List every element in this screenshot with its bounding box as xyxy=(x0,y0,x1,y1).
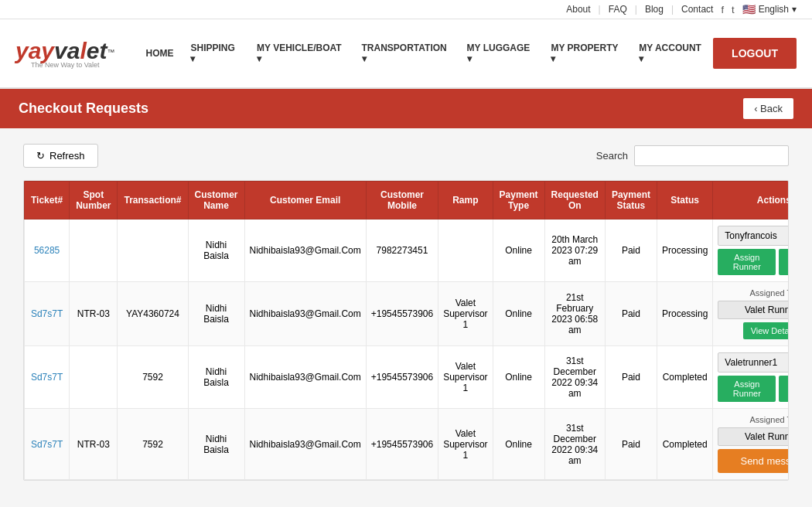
cell-status: Processing xyxy=(657,282,712,346)
refresh-icon: ↻ xyxy=(36,150,45,162)
cell-payment-type: Online xyxy=(493,409,544,480)
col-actions: Actions xyxy=(713,182,789,219)
cell-customer-name: Nidhi Baisla xyxy=(188,282,244,346)
divider2: | xyxy=(635,4,637,15)
col-payment-type: Payment Type xyxy=(493,182,544,219)
search-label: Search xyxy=(596,150,628,162)
col-customer-mobile: Customer Mobile xyxy=(366,182,438,219)
cell-customer-mobile: +19545573906 xyxy=(366,282,438,346)
lang-label: English xyxy=(759,4,789,15)
ticket-link[interactable]: Sd7s7T xyxy=(31,308,63,319)
nav-links: HOME SHIPPING ▾ MY VEHICLE/BOAT ▾ TRANSP… xyxy=(138,38,713,69)
search-input[interactable] xyxy=(634,145,789,166)
action-cell: Assigned To: Valet Runner1 Send message xyxy=(718,415,789,473)
language-selector[interactable]: 🇺🇸 English ▾ xyxy=(742,3,797,15)
faq-link[interactable]: FAQ xyxy=(609,4,627,15)
contact-link[interactable]: Contact xyxy=(681,4,713,15)
data-table: Ticket# Spot Number Transaction# Custome… xyxy=(23,180,789,481)
cell-transaction xyxy=(118,219,188,282)
assigned-name: Valet Runner1 xyxy=(718,427,789,446)
nav-luggage[interactable]: MY LUGGAGE ▾ xyxy=(459,38,542,69)
cell-transaction: YAY4360724 xyxy=(118,282,188,346)
cell-customer-mobile: +19545573906 xyxy=(366,409,438,480)
cell-spot: NTR-03 xyxy=(70,282,118,346)
cell-actions: Tonyfrancois Assign Runner View Details xyxy=(713,219,789,282)
runner-dropdown[interactable]: Valetrunner1 xyxy=(718,352,789,373)
col-customer-name: Customer Name xyxy=(188,182,244,219)
cell-ticket: 56285 xyxy=(25,219,70,282)
col-payment-status: Payment Status xyxy=(605,182,657,219)
refresh-button[interactable]: ↻ Refresh xyxy=(23,144,98,168)
col-customer-email: Customer Email xyxy=(244,182,366,219)
assigned-to-label: Assigned To: xyxy=(749,288,789,298)
cell-payment-type: Online xyxy=(493,219,544,282)
cell-status: Completed xyxy=(657,346,712,409)
cell-customer-name: Nidhi Baisla xyxy=(188,219,244,282)
cell-ticket: Sd7s7T xyxy=(25,346,70,409)
facebook-icon[interactable]: f xyxy=(721,4,724,15)
divider1: | xyxy=(599,4,601,15)
cell-customer-email: Nidhibaisla93@Gmail.Com xyxy=(244,282,366,346)
nav-transportation[interactable]: TRANSPORTATION ▾ xyxy=(354,38,458,69)
cell-payment-status: Paid xyxy=(605,219,657,282)
cell-ramp: Valet Supervisor 1 xyxy=(438,282,493,346)
nav-shipping[interactable]: SHIPPING ▾ xyxy=(183,38,247,69)
cell-customer-name: Nidhi Baisla xyxy=(188,409,244,480)
col-spot: Spot Number xyxy=(70,182,118,219)
col-status: Status xyxy=(657,182,712,219)
assign-runner-button[interactable]: Assign Runner xyxy=(718,376,776,402)
cell-actions: Assigned To: Valet Runner1 Send message xyxy=(713,409,789,480)
action-buttons: Assign Runner View Details xyxy=(718,249,789,275)
assigned-name: Valet Runner1 xyxy=(718,301,789,319)
col-transaction: Transaction# xyxy=(118,182,188,219)
back-button[interactable]: ‹ Back xyxy=(743,98,793,119)
cell-requested-on: 21st February 2023 06:58 am xyxy=(544,282,605,346)
cell-ramp: Valet Supervisor 1 xyxy=(438,346,493,409)
ticket-link[interactable]: 56285 xyxy=(34,245,60,256)
page-header: Checkout Requests ‹ Back xyxy=(0,89,812,128)
cell-ticket: Sd7s7T xyxy=(25,409,70,480)
col-ticket: Ticket# xyxy=(25,182,70,219)
view-details-button[interactable]: View Details xyxy=(779,376,789,402)
cell-customer-mobile: 7982273451 xyxy=(366,219,438,282)
nav-home[interactable]: HOME xyxy=(138,43,181,63)
table-row: Sd7s7T NTR-03 7592 Nidhi Baisla Nidhibai… xyxy=(25,409,790,480)
logout-button[interactable]: LOGOUT xyxy=(713,38,797,69)
ticket-link[interactable]: Sd7s7T xyxy=(31,439,63,450)
view-details-button[interactable]: View Details xyxy=(743,322,789,339)
cell-customer-mobile: +19545573906 xyxy=(366,346,438,409)
action-cell: Assigned To: Valet Runner1 View Details xyxy=(718,288,789,339)
cell-status: Completed xyxy=(657,409,712,480)
ticket-link[interactable]: Sd7s7T xyxy=(31,372,63,383)
assigned-to-label: Assigned To: xyxy=(749,415,789,424)
cell-customer-email: Nidhibaisla93@Gmail.Com xyxy=(244,409,366,480)
cell-customer-email: Nidhibaisla93@Gmail.Com xyxy=(244,219,366,282)
send-message-button[interactable]: Send message xyxy=(718,449,789,473)
about-link[interactable]: About xyxy=(566,4,590,15)
cell-requested-on: 31st December 2022 09:34 am xyxy=(544,409,605,480)
twitter-icon[interactable]: t xyxy=(732,4,735,15)
nav-property[interactable]: MY PROPERTY ▾ xyxy=(543,38,629,69)
cell-ticket: Sd7s7T xyxy=(25,282,70,346)
assign-runner-button[interactable]: Assign Runner xyxy=(718,249,776,275)
logo-valet: valet xyxy=(54,38,107,63)
cell-ramp: Valet Supervisor 1 xyxy=(438,409,493,480)
action-cell: Valetrunner1 Assign Runner View Details xyxy=(718,352,789,402)
table-row: 56285 Nidhi Baisla Nidhibaisla93@Gmail.C… xyxy=(25,219,790,282)
nav-vehicle-boat[interactable]: MY VEHICLE/BOAT ▾ xyxy=(249,38,352,69)
runner-dropdown[interactable]: Tonyfrancois xyxy=(718,226,789,246)
nav-account[interactable]: MY ACCOUNT ▾ xyxy=(631,38,713,69)
logo-yay: yay xyxy=(15,38,54,63)
search-area: Search xyxy=(596,145,789,166)
action-cell: Tonyfrancois Assign Runner View Details xyxy=(718,226,789,275)
cell-spot: NTR-03 xyxy=(70,409,118,480)
view-details-button[interactable]: View Details xyxy=(779,249,789,275)
cell-actions: Valetrunner1 Assign Runner View Details xyxy=(713,346,789,409)
blog-link[interactable]: Blog xyxy=(645,4,664,15)
cell-spot xyxy=(70,346,118,409)
toolbar: ↻ Refresh Search xyxy=(23,144,789,168)
col-ramp: Ramp xyxy=(438,182,493,219)
cell-payment-type: Online xyxy=(493,282,544,346)
table-row: Sd7s7T 7592 Nidhi Baisla Nidhibaisla93@G… xyxy=(25,346,790,409)
cell-payment-status: Paid xyxy=(605,409,657,480)
